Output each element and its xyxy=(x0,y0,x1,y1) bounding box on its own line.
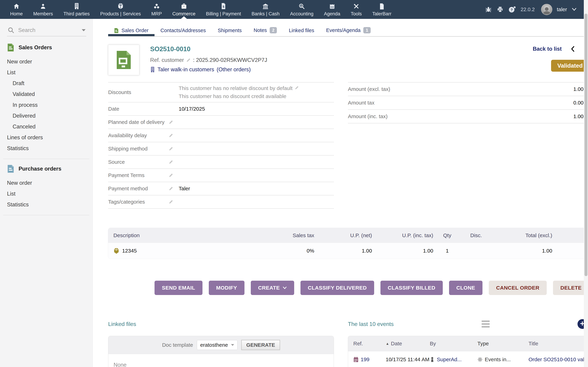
nav-tools[interactable]: Tools xyxy=(346,0,367,19)
tab-linked-files[interactable]: Linked files xyxy=(283,28,320,36)
order-lines-table: Description Sales tax U.P. (net) U.P. (i… xyxy=(108,228,588,259)
sidebar-item-list[interactable]: List xyxy=(7,67,93,78)
nav-products-services[interactable]: Products | Services xyxy=(95,0,146,19)
field-row-date: Date 10/17/2025 xyxy=(108,102,334,116)
company-icon xyxy=(150,67,155,73)
scrollbar-thumb[interactable] xyxy=(585,14,588,276)
tab-shipments[interactable]: Shipments xyxy=(212,28,248,36)
field-row-source: Source xyxy=(108,156,334,169)
nav-banks-cash[interactable]: Banks | Cash xyxy=(246,0,285,19)
edit-pencil-icon[interactable] xyxy=(169,159,179,165)
classify-billed-button[interactable]: CLASSIFY BILLED xyxy=(380,281,443,295)
nav-label: Billing | Payment xyxy=(206,11,241,17)
tab-notes[interactable]: Notes 2 xyxy=(248,27,283,36)
edit-pencil-icon[interactable] xyxy=(169,146,179,151)
sales-order-doc-icon xyxy=(7,43,14,52)
sidebar-item-validated[interactable]: Validated xyxy=(7,89,93,100)
field-row-availability-delay: Availability delay xyxy=(108,129,334,142)
search-input[interactable] xyxy=(18,27,76,33)
prev-record-icon[interactable] xyxy=(570,46,575,52)
help-icon[interactable]: ? xyxy=(508,6,516,13)
edit-pencil-icon[interactable] xyxy=(169,133,179,138)
user-avatar[interactable] xyxy=(541,4,552,15)
page-vertical-scrollbar[interactable] xyxy=(584,0,588,367)
sidebar-item-po-statistics[interactable]: Statistics xyxy=(7,199,93,210)
nav-billing-payment[interactable]: $ Billing | Payment xyxy=(201,0,246,19)
clone-button[interactable]: CLONE xyxy=(449,281,483,295)
sidebar-item-po-list[interactable]: List xyxy=(7,188,93,199)
edit-pencil-icon[interactable] xyxy=(169,186,179,191)
sidebar-item-new-order[interactable]: New order xyxy=(7,56,93,67)
search-icon xyxy=(8,27,14,33)
sidebar-item-in-process[interactable]: In process xyxy=(7,100,93,110)
event-gear-icon xyxy=(477,357,483,362)
nav-members[interactable]: Members xyxy=(28,0,58,19)
nav-talerbarr[interactable]: TalerBarr xyxy=(367,0,397,19)
event-row[interactable]: 199 10/17/25 11:44 AM SuperAd... xyxy=(348,351,588,367)
user-name[interactable]: taler xyxy=(557,7,567,12)
accounting-icon: $ xyxy=(299,2,305,9)
nav-commerce[interactable]: Commerce xyxy=(167,0,201,19)
file-icon xyxy=(379,2,384,9)
edit-pencil-icon[interactable] xyxy=(169,173,179,178)
delete-button[interactable]: DELETE xyxy=(553,281,588,295)
sidebar-search[interactable] xyxy=(7,25,86,36)
edit-pencil-icon[interactable] xyxy=(169,120,179,125)
purchase-order-doc-icon xyxy=(7,165,14,173)
sidebar-item-draft[interactable]: Draft xyxy=(7,78,93,89)
sidebar-item-statistics[interactable]: Statistics xyxy=(7,143,93,154)
event-ref-link[interactable]: 199 xyxy=(361,357,369,362)
order-line-row[interactable]: 12345 0% 1.00 1.00 1 1.00 xyxy=(108,243,588,259)
nav-accounting[interactable]: $ Accounting xyxy=(285,0,319,19)
cancel-order-button[interactable]: CANCEL ORDER xyxy=(489,281,547,295)
nav-mrp[interactable]: MRP xyxy=(146,0,167,19)
nav-label: Banks | Cash xyxy=(251,11,279,17)
other-orders-link[interactable]: (Other orders) xyxy=(217,67,251,73)
doc-template-select[interactable]: eratosthene xyxy=(197,340,237,350)
nav-label: Agenda xyxy=(324,11,340,17)
tab-sales-order[interactable]: Sales Order xyxy=(108,28,155,36)
edit-pencil-icon[interactable] xyxy=(169,200,179,204)
modify-button[interactable]: MODIFY xyxy=(209,281,244,295)
tab-events-agenda[interactable]: Events/Agenda 1 xyxy=(320,27,376,36)
generate-button[interactable]: GENERATE xyxy=(241,340,280,350)
classify-delivered-button[interactable]: CLASSIFY DELIVERED xyxy=(301,281,374,295)
debug-bug-icon[interactable] xyxy=(485,6,492,13)
events-panel: The last 10 events + Ref. ▲Date By Type … xyxy=(348,319,588,367)
status-badge: Validated xyxy=(551,60,588,72)
send-email-button[interactable]: SEND EMAIL xyxy=(155,281,202,295)
edit-pencil-icon[interactable] xyxy=(186,58,191,63)
billing-icon: $ xyxy=(221,2,226,9)
event-title-link[interactable]: Order SO2510-0010 validate xyxy=(528,357,588,362)
action-buttons: SEND EMAIL MODIFY CREATE CLASSIFY DELIVE… xyxy=(108,281,588,295)
amount-row-inc-tax: Amount (inc. tax) 1.00 € xyxy=(348,110,588,123)
tab-contacts-addresses[interactable]: Contacts/Addresses xyxy=(155,28,212,36)
nav-label: Commerce xyxy=(172,11,196,17)
product-ref[interactable]: 12345 xyxy=(122,248,137,254)
event-by-link[interactable]: SuperAd... xyxy=(437,357,462,362)
sales-order-tab-icon xyxy=(114,28,119,33)
search-dropdown-caret-icon[interactable] xyxy=(82,29,86,31)
navbar-items: Home Members Third parties Products | Se… xyxy=(5,0,397,19)
nav-third-parties[interactable]: Third parties xyxy=(58,0,95,19)
nav-home[interactable]: Home xyxy=(5,0,28,19)
order-lines-header: Description Sales tax U.P. (net) U.P. (i… xyxy=(108,228,588,243)
sidebar-item-po-new-order[interactable]: New order xyxy=(7,178,93,188)
svg-text:$: $ xyxy=(301,4,302,7)
sidebar-item-canceled[interactable]: Canceled xyxy=(7,121,93,132)
user-menu-chevron-icon[interactable] xyxy=(571,8,577,11)
print-icon[interactable] xyxy=(496,6,504,13)
sidebar-item-lines-of-orders[interactable]: Lines of orders xyxy=(7,132,93,143)
event-calendar-icon xyxy=(353,357,359,362)
create-button[interactable]: CREATE xyxy=(251,281,294,295)
notes-count-badge: 2 xyxy=(270,27,277,33)
nav-agenda[interactable]: Agenda xyxy=(319,0,346,19)
edit-pencil-icon[interactable] xyxy=(294,85,299,91)
events-menu-icon[interactable] xyxy=(482,320,490,327)
sidebar-item-delivered[interactable]: Delivered xyxy=(7,110,93,121)
customer-link[interactable]: Taler walk-in customers xyxy=(157,67,214,73)
title-block: SO2510-0010 Ref. customer : 2025.290-02R… xyxy=(150,45,267,75)
event-type: Events in... xyxy=(485,357,511,362)
back-to-list-link[interactable]: Back to list xyxy=(533,46,562,52)
nav-label: TalerBarr xyxy=(372,11,391,17)
